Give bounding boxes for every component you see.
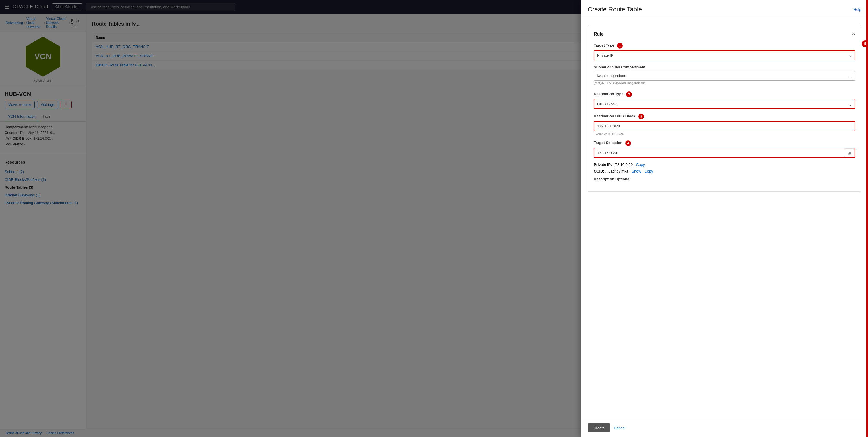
create-route-table-panel: 5 Create Route Table Help Rule × Target … bbox=[581, 0, 868, 437]
rule-title-label: Rule bbox=[594, 32, 604, 37]
red-scroll-bar bbox=[866, 0, 868, 437]
rule-card: Rule × Target Type 1 Private IP bbox=[588, 25, 861, 192]
private-ip-copy-link[interactable]: Copy bbox=[636, 163, 645, 167]
target-selection-group: Target Selection 4 ⊞ bbox=[594, 140, 855, 158]
panel-help-link[interactable]: Help bbox=[854, 7, 861, 12]
panel-title: Create Route Table bbox=[588, 6, 642, 13]
target-selection-wrapper: ⊞ bbox=[594, 148, 855, 158]
target-type-select[interactable]: Private IP bbox=[594, 50, 855, 60]
ocid-info: OCID: ...6ad4cyjmka Show Copy bbox=[594, 169, 855, 173]
panel-title-bar: Create Route Table Help bbox=[581, 0, 868, 18]
step-4-badge: 4 bbox=[625, 140, 631, 146]
private-ip-info: Private IP: 172.16.0.20 Copy bbox=[594, 163, 855, 167]
target-grid-icon-button[interactable]: ⊞ bbox=[844, 148, 855, 157]
ocid-value: ...6ad4cyjmka bbox=[605, 169, 628, 173]
target-selection-input[interactable] bbox=[594, 148, 855, 158]
compartment-path: (root)/NETWORK/IwanHoogendoorn bbox=[594, 81, 855, 87]
description-label: Description Optional bbox=[594, 177, 855, 181]
target-type-select-wrapper: Private IP bbox=[594, 50, 855, 60]
ocid-show-link[interactable]: Show bbox=[631, 169, 641, 173]
destination-cidr-group: Destination CIDR Block 3 Example: 10.0.0… bbox=[594, 114, 855, 136]
subnet-compartment-label: Subnet or Vlan Compartment bbox=[594, 65, 855, 69]
rule-card-title: Rule × bbox=[594, 31, 855, 37]
ocid-copy-link[interactable]: Copy bbox=[644, 169, 653, 173]
create-button[interactable]: Create bbox=[588, 424, 610, 432]
private-ip-value: 172.16.0.20 bbox=[613, 163, 633, 167]
step-2-badge: 2 bbox=[626, 91, 632, 97]
destination-cidr-helper: Example: 10.0.0.0/24 bbox=[594, 132, 855, 136]
subnet-compartment-group: Subnet or Vlan Compartment IwanHoogendoo… bbox=[594, 65, 855, 87]
subnet-compartment-select-wrapper: IwanHoogendoorn bbox=[594, 71, 855, 81]
step-5-badge: 5 bbox=[862, 40, 868, 47]
destination-cidr-input[interactable] bbox=[594, 121, 855, 131]
subnet-compartment-select[interactable]: IwanHoogendoorn bbox=[594, 71, 855, 81]
cancel-button[interactable]: Cancel bbox=[614, 426, 625, 430]
step-3-badge: 3 bbox=[638, 114, 644, 119]
target-selection-label: Target Selection 4 bbox=[594, 140, 855, 146]
description-group: Description Optional bbox=[594, 177, 855, 181]
panel-body: Rule × Target Type 1 Private IP bbox=[581, 18, 868, 418]
scroll-indicator: 5 bbox=[866, 0, 868, 437]
modal-overlay[interactable]: 5 Create Route Table Help Rule × Target … bbox=[0, 0, 868, 437]
destination-type-label: Destination Type 2 bbox=[594, 91, 855, 97]
rule-close-button[interactable]: × bbox=[852, 31, 855, 37]
destination-cidr-label: Destination CIDR Block 3 bbox=[594, 114, 855, 119]
ocid-label: OCID: bbox=[594, 169, 604, 173]
panel-footer: Create Cancel bbox=[581, 418, 868, 437]
destination-type-select-wrapper: CIDR Block bbox=[594, 99, 855, 109]
step-1-badge: 1 bbox=[617, 43, 623, 49]
target-type-group: Target Type 1 Private IP bbox=[594, 43, 855, 60]
private-ip-label: Private IP: bbox=[594, 163, 612, 167]
target-type-label: Target Type 1 bbox=[594, 43, 855, 49]
destination-type-select[interactable]: CIDR Block bbox=[594, 99, 855, 109]
destination-type-group: Destination Type 2 CIDR Block bbox=[594, 91, 855, 109]
